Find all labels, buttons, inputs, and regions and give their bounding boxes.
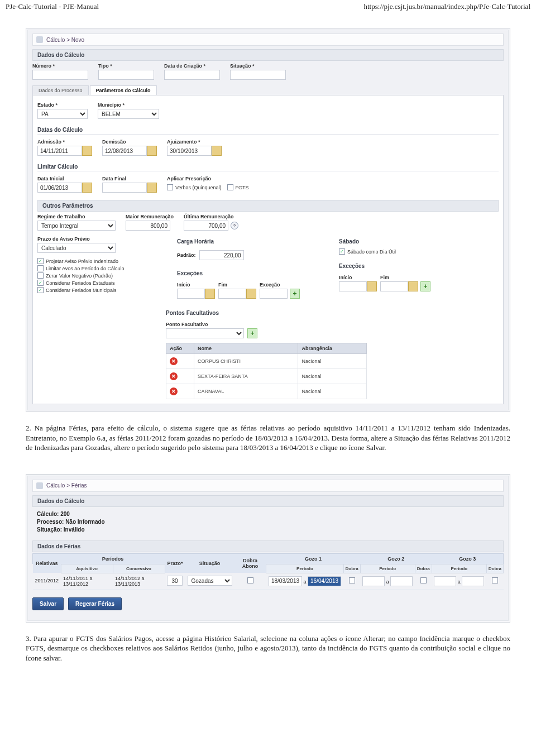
cb-verbas-label: Verbas (Quinquenal) <box>175 185 222 190</box>
th-dobra: Dobra <box>415 564 432 573</box>
gozo1-ini-field[interactable] <box>269 576 302 586</box>
salvar-button[interactable]: Salvar <box>32 597 64 610</box>
numero-field[interactable] <box>32 70 88 80</box>
breadcrumb: Cálculo > Férias <box>32 480 504 492</box>
cb-feriados-est-label: Considerar Feriados Estaduais <box>46 280 115 286</box>
add-icon[interactable]: + <box>247 328 257 338</box>
th-prazo: Prazo* <box>165 553 185 573</box>
help-icon[interactable]: ? <box>231 222 238 229</box>
cb-gozo2-dobra[interactable] <box>420 577 427 583</box>
ultima-rem-field[interactable] <box>184 221 228 231</box>
page-icon <box>36 36 43 43</box>
breadcrumb-text: Cálculo > Novo <box>46 37 84 43</box>
tab-dados-processo[interactable]: Dados do Processo <box>32 85 89 95</box>
calendar-icon[interactable] <box>408 281 418 291</box>
calendar-icon[interactable] <box>82 146 92 156</box>
lbl-ajuizamento: Ajuizamento * <box>167 139 222 145</box>
cb-limitar-avos[interactable] <box>37 265 44 271</box>
sab-inicio-field[interactable] <box>339 281 367 291</box>
lbl-situacao: Situação * <box>230 63 286 69</box>
exc-inicio-field[interactable] <box>177 289 205 299</box>
regime-select[interactable]: Tempo Integral <box>37 221 116 231</box>
calendar-icon[interactable] <box>246 289 256 299</box>
municipio-select[interactable]: BELEM <box>98 109 159 119</box>
ajuizamento-field[interactable] <box>167 146 212 156</box>
situacao-field[interactable] <box>230 70 286 80</box>
cell-abrang: Nacional <box>298 369 367 384</box>
sub-excecoes: Exceções <box>177 267 311 277</box>
situacao-select[interactable]: Gozadas <box>188 576 232 586</box>
prazo-field[interactable] <box>167 576 183 586</box>
sab-fim-field[interactable] <box>380 281 408 291</box>
gozo3-fim-field[interactable] <box>462 576 484 586</box>
lbl-ultima-rem: Última Remuneração <box>184 214 238 219</box>
datafinal-field[interactable] <box>102 183 147 193</box>
regerar-button[interactable]: Regerar Férias <box>68 597 122 610</box>
lbl-aplicar-prescricao: Aplicar Prescrição <box>167 176 249 181</box>
cb-dobra-abono[interactable] <box>247 577 253 583</box>
exc-fim-field[interactable] <box>218 289 246 299</box>
th-periodo: Período <box>432 564 486 573</box>
screenshot-calculo-novo: Cálculo > Novo Dados do Cálculo Número *… <box>26 28 510 412</box>
th-dobra: Dobra <box>486 564 503 573</box>
cb-fgts-label: FGTS <box>236 185 249 190</box>
demissao-field[interactable] <box>102 146 147 156</box>
exc-excecao-field[interactable] <box>260 289 288 299</box>
cb-fgts[interactable] <box>227 184 233 190</box>
calendar-icon[interactable] <box>205 289 215 299</box>
pontos-table: Ação Nome Abrangência ✕CORPUS CHRISTINac… <box>166 343 367 399</box>
cb-verbas[interactable] <box>167 184 173 190</box>
padrao-field[interactable] <box>199 250 244 260</box>
add-icon[interactable]: + <box>290 289 300 299</box>
cell-nome: CORPUS CHRISTI <box>194 354 298 369</box>
lbl-maior-rem: Maior Remuneração <box>126 214 174 219</box>
gozo3-ini-field[interactable] <box>434 576 456 586</box>
breadcrumb: Cálculo > Novo <box>32 34 504 46</box>
delete-icon[interactable]: ✕ <box>170 387 178 395</box>
admissao-field[interactable] <box>37 146 82 156</box>
cb-projetar-aviso[interactable] <box>37 258 44 264</box>
gozo2-ini-field[interactable] <box>362 576 385 586</box>
th-situacao: Situação <box>185 553 234 573</box>
calendar-icon[interactable] <box>212 146 222 156</box>
cb-feriados-mun[interactable] <box>37 287 44 293</box>
th-concessivo: Concessivo <box>113 564 165 573</box>
lbl-demissao: Demissão <box>102 139 157 145</box>
calendar-icon[interactable] <box>147 146 157 156</box>
ponto-select[interactable] <box>166 328 244 338</box>
cb-feriados-est[interactable] <box>37 280 44 286</box>
tipo-field[interactable] <box>98 70 154 80</box>
gozo1-fim-field[interactable] <box>308 576 341 586</box>
gozo2-fim-field[interactable] <box>390 576 413 586</box>
calendar-icon[interactable] <box>147 183 157 193</box>
th-relativas: Relativas <box>33 553 61 573</box>
th-abrang: Abrangência <box>298 343 367 354</box>
datainicial-field[interactable] <box>37 183 82 193</box>
cb-sabado-util[interactable] <box>339 248 345 255</box>
lbl-sab-fim: Fim <box>380 275 430 280</box>
cb-gozo1-dobra[interactable] <box>349 577 355 583</box>
calendar-icon[interactable] <box>82 183 92 193</box>
lbl-tipo: Tipo * <box>98 63 154 69</box>
panel-dados-calculo: Dados do Cálculo <box>32 49 504 61</box>
sub-limitar-calculo: Limitar Cálculo <box>37 160 499 171</box>
cb-zerar[interactable] <box>37 272 44 279</box>
sep-a: a <box>386 578 389 584</box>
delete-icon[interactable]: ✕ <box>170 357 178 365</box>
cb-projetar-label: Projetar Aviso Prévio Indenizado <box>46 259 118 264</box>
calendar-icon[interactable] <box>367 281 377 291</box>
prazo-aviso-select[interactable]: Calculado <box>37 243 116 253</box>
cb-gozo3-dobra[interactable] <box>492 577 498 583</box>
maior-rem-field[interactable] <box>126 221 170 231</box>
estado-select[interactable]: PA <box>37 109 88 119</box>
sub-sabado: Sábado <box>339 235 451 246</box>
cell-concessivo: 14/11/2012 a 13/11/2013 <box>113 573 165 589</box>
th-dobra-abono: Dobra Abono <box>234 553 266 573</box>
delete-icon[interactable]: ✕ <box>170 372 178 380</box>
datacriacao-field[interactable] <box>164 70 220 80</box>
lbl-datacriacao: Data de Criação * <box>164 63 220 69</box>
tab-parametros[interactable]: Parâmetros do Cálculo <box>90 85 157 95</box>
lbl-exc-inicio: Início <box>177 282 215 288</box>
add-icon[interactable]: + <box>420 281 430 291</box>
cell-aquisitivo: 14/11/2011 a 13/11/2012 <box>61 573 113 589</box>
